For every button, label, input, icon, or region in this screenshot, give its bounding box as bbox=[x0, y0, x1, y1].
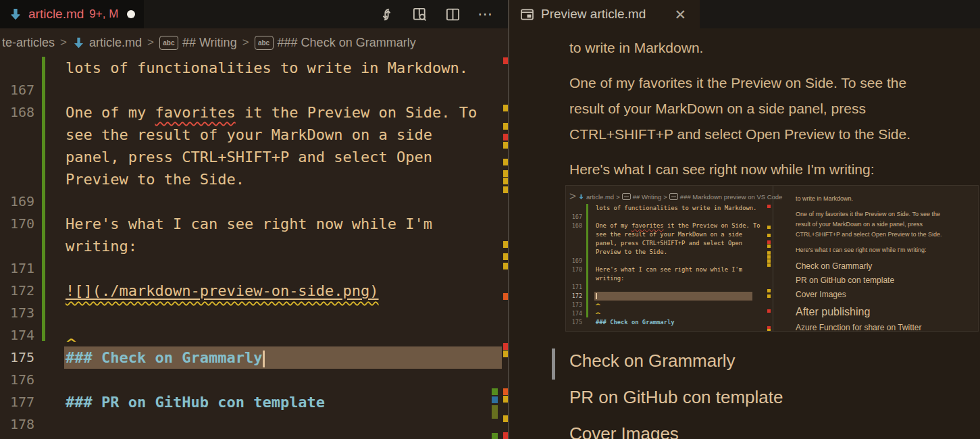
ruler-mark bbox=[503, 57, 508, 64]
line-number[interactable]: 171 bbox=[0, 257, 34, 280]
overview-ruler[interactable] bbox=[490, 57, 508, 439]
markdown-heading-text: ### PR on GitHub con template bbox=[66, 394, 325, 411]
mini-preview-panel: to write in Markdown.One of my favorites… bbox=[796, 194, 973, 331]
editor-line[interactable]: 172![](./markdown-preview-on-side.png) bbox=[0, 280, 508, 302]
line-number[interactable]: 174 bbox=[0, 324, 34, 346]
image-link-text[interactable]: ![](./markdown-preview-on-side.png) bbox=[66, 282, 379, 299]
editor-line[interactable]: lots of functionalities to write in Mark… bbox=[0, 57, 508, 79]
symbol-icon bbox=[622, 193, 631, 200]
breadcrumb-item[interactable]: article.md bbox=[72, 36, 142, 50]
line-number[interactable]: 176 bbox=[0, 369, 34, 391]
line-number[interactable]: 172 bbox=[0, 280, 34, 302]
line-number[interactable]: 170 bbox=[0, 213, 34, 235]
editor-line[interactable]: 170Here's what I can see right now while… bbox=[566, 265, 773, 274]
ruler-mark bbox=[767, 226, 771, 229]
ruler-mark bbox=[503, 123, 508, 130]
editor-code-area[interactable]: lots of functionalities to write in Mark… bbox=[0, 57, 508, 439]
plain-code-text: Here's what I can see right now while I'… bbox=[66, 215, 432, 232]
editor-line[interactable]: 176 bbox=[0, 369, 508, 391]
editor-line[interactable]: 173^ bbox=[566, 301, 773, 309]
editor-line[interactable]: lots of functionalities to write in Mark… bbox=[566, 204, 773, 213]
line-number[interactable]: 177 bbox=[0, 391, 34, 413]
line-number[interactable]: 169 bbox=[566, 257, 582, 265]
line-number[interactable]: 169 bbox=[0, 190, 34, 213]
editor-line[interactable]: 169 bbox=[566, 257, 773, 265]
code-text: panel, press CTRL+SHIFT+P and select Ope… bbox=[596, 239, 742, 248]
ruler-mark bbox=[767, 294, 771, 298]
close-icon[interactable]: ✕ bbox=[671, 6, 689, 23]
editor-line[interactable]: 175### Check on Grammarly bbox=[0, 346, 508, 369]
open-changes-icon[interactable] bbox=[378, 6, 394, 22]
line-number[interactable]: 167 bbox=[566, 213, 582, 222]
editor-line[interactable]: 167 bbox=[566, 213, 773, 222]
editor-line[interactable]: 170Here's what I can see right now while… bbox=[0, 213, 508, 235]
ruler-mark bbox=[767, 289, 771, 292]
line-number[interactable]: 175 bbox=[566, 318, 582, 327]
ruler-mark bbox=[767, 329, 771, 331]
line-number[interactable]: 175 bbox=[0, 346, 34, 369]
editor-line[interactable]: panel, press CTRL+SHIFT+P and select Ope… bbox=[566, 239, 773, 248]
open-preview-side-icon[interactable] bbox=[411, 6, 428, 22]
ruler-mark bbox=[767, 205, 771, 208]
editor-line[interactable]: 172 bbox=[566, 292, 773, 301]
mini-breadcrumb: >article.md>## Writing>### Markdown prev… bbox=[569, 190, 782, 203]
markdown-file-icon bbox=[72, 36, 85, 49]
tab-label: article.md bbox=[28, 7, 84, 22]
line-number[interactable]: 171 bbox=[566, 283, 582, 292]
tab-preview-article-md[interactable]: Preview article.md ✕ bbox=[509, 0, 700, 28]
breadcrumb-separator: > bbox=[569, 190, 576, 203]
editor-line[interactable]: 175### Check on Grammarly bbox=[566, 318, 773, 327]
editor-line[interactable]: Preview to the Side. bbox=[566, 248, 773, 257]
preview-tab-strip: Preview article.md ✕ bbox=[509, 0, 980, 28]
editor-line[interactable]: 173 bbox=[0, 302, 508, 324]
line-number[interactable]: 170 bbox=[566, 265, 582, 274]
line-number[interactable]: 173 bbox=[0, 302, 34, 324]
ruler-mark bbox=[503, 432, 508, 439]
editor-line[interactable]: 171 bbox=[566, 283, 773, 292]
line-number[interactable]: 178 bbox=[0, 413, 34, 436]
editor-line[interactable]: 171 bbox=[0, 257, 508, 280]
line-number[interactable]: 173 bbox=[566, 301, 582, 309]
editor-line[interactable]: 168One of my favorites it the Preview on… bbox=[0, 101, 508, 124]
editor-line[interactable]: 174^ bbox=[566, 309, 773, 318]
line-number[interactable]: 168 bbox=[0, 101, 34, 124]
git-modified-gutter-bar bbox=[586, 204, 588, 317]
editor-line[interactable]: 177### PR on GitHub con template bbox=[0, 391, 508, 413]
editor-line[interactable]: 169 bbox=[0, 190, 508, 213]
more-actions-icon[interactable]: ⋯ bbox=[478, 11, 493, 18]
markdown-file-icon bbox=[9, 7, 22, 21]
editor-line[interactable]: panel, press CTRL+SHIFT+P and select Ope… bbox=[0, 146, 508, 168]
preview-window-icon bbox=[520, 7, 534, 22]
breadcrumb-separator: > bbox=[147, 36, 154, 49]
line-number[interactable]: 174 bbox=[566, 309, 582, 318]
code-lines: lots of functionalities to write in Mark… bbox=[0, 57, 508, 439]
line-number[interactable]: 179 bbox=[0, 436, 34, 439]
breadcrumb-item[interactable]: te-articles bbox=[2, 36, 55, 50]
preview-content[interactable]: to write in Markdown.One of my favorites… bbox=[509, 28, 980, 439]
editor-line[interactable]: 174^ bbox=[0, 324, 508, 346]
editor-pane: article.md 9+, M ⋯ te-articles>article.m… bbox=[0, 0, 508, 439]
line-number[interactable]: 172 bbox=[566, 292, 582, 301]
line-number[interactable]: 168 bbox=[566, 222, 582, 230]
unsaved-changes-dot[interactable] bbox=[127, 10, 135, 18]
breadcrumb-item[interactable]: abc## Writing bbox=[159, 36, 237, 50]
editor-line[interactable]: 178 bbox=[0, 413, 508, 436]
editor-line[interactable]: 179### Cover Images bbox=[0, 436, 508, 439]
tab-article-md[interactable]: article.md 9+, M bbox=[0, 0, 144, 28]
ruler-mark bbox=[767, 255, 771, 259]
mini-preview-paragraph: Here's what I can see right now while I'… bbox=[796, 245, 973, 255]
editor-line[interactable]: 168One of my favorites it the Preview on… bbox=[566, 222, 773, 230]
plain-code-text: Here's what I can see right now while I'… bbox=[596, 266, 742, 273]
line-number[interactable]: 167 bbox=[0, 79, 34, 101]
breadcrumb-separator: > bbox=[663, 193, 667, 201]
editor-line[interactable]: see the result of your MarkDown on a sid… bbox=[0, 124, 508, 146]
split-editor-icon[interactable] bbox=[444, 6, 461, 22]
editor-line[interactable]: 167 bbox=[0, 79, 508, 101]
editor-line[interactable]: writing: bbox=[0, 235, 508, 257]
editor-line[interactable]: see the result of your MarkDown on a sid… bbox=[566, 230, 773, 239]
editor-line[interactable]: writing: bbox=[566, 274, 773, 283]
pane-divider-sash[interactable] bbox=[508, 0, 509, 439]
plain-code-text: it the Preview on Side. To bbox=[236, 104, 478, 121]
breadcrumb-item[interactable]: abc### Check on Grammarly bbox=[255, 36, 416, 50]
editor-line[interactable]: Preview to the Side. bbox=[0, 168, 508, 190]
